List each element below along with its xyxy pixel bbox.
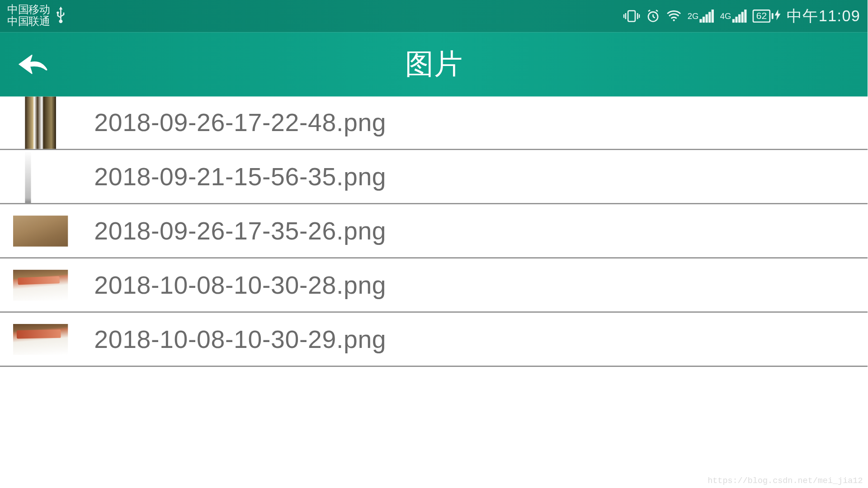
svg-point-10 bbox=[673, 19, 675, 21]
alarm-icon bbox=[646, 9, 660, 23]
thumbnail bbox=[13, 215, 68, 246]
list-item[interactable]: 2018-09-26-17-22-48.png bbox=[0, 97, 868, 150]
charging-icon bbox=[774, 9, 780, 23]
file-name: 2018-09-26-17-22-48.png bbox=[94, 108, 386, 137]
battery-pct: 62 bbox=[753, 9, 770, 23]
file-list[interactable]: 2018-09-26-17-22-48.png 2018-09-21-15-56… bbox=[0, 97, 868, 367]
carrier-labels: 中国移动 中国联通 bbox=[7, 4, 50, 28]
list-item[interactable]: 2018-09-26-17-35-26.png bbox=[0, 204, 868, 258]
carrier-2: 中国联通 bbox=[7, 16, 50, 28]
signal-2g: 2G bbox=[688, 9, 714, 23]
signal-4g: 4G bbox=[720, 9, 747, 23]
clock: 中午11:09 bbox=[787, 6, 861, 27]
page-title: 图片 bbox=[0, 45, 868, 83]
file-name: 2018-09-26-17-35-26.png bbox=[94, 216, 386, 245]
svg-line-9 bbox=[656, 10, 658, 11]
svg-rect-0 bbox=[628, 11, 635, 22]
file-name: 2018-10-08-10-30-28.png bbox=[94, 271, 386, 299]
wifi-icon bbox=[666, 10, 681, 22]
svg-line-8 bbox=[648, 10, 650, 11]
status-bar: 中国移动 中国联通 2G 4G 62 bbox=[0, 0, 868, 32]
carrier-1: 中国移动 bbox=[7, 4, 50, 16]
back-button[interactable] bbox=[0, 32, 66, 96]
usb-icon bbox=[56, 6, 66, 26]
file-name: 2018-09-21-15-56-35.png bbox=[94, 162, 386, 191]
watermark: https://blog.csdn.net/mei_jia12 bbox=[708, 476, 863, 485]
battery-indicator: 62 bbox=[753, 9, 781, 23]
status-left: 中国移动 中国联通 bbox=[7, 4, 66, 28]
status-right: 2G 4G 62 中午11:09 bbox=[623, 6, 860, 27]
thumbnail bbox=[25, 150, 31, 203]
svg-line-7 bbox=[653, 17, 655, 18]
file-name: 2018-10-08-10-30-29.png bbox=[94, 325, 386, 353]
thumbnail bbox=[25, 97, 56, 149]
list-item[interactable]: 2018-10-08-10-30-29.png bbox=[0, 313, 868, 367]
thumbnail bbox=[13, 324, 68, 355]
list-item[interactable]: 2018-09-21-15-56-35.png bbox=[0, 150, 868, 204]
vibrate-icon bbox=[623, 9, 640, 23]
app-header: 图片 bbox=[0, 32, 868, 96]
back-arrow-icon bbox=[16, 51, 50, 77]
thumbnail bbox=[13, 269, 68, 300]
list-item[interactable]: 2018-10-08-10-30-28.png bbox=[0, 258, 868, 313]
